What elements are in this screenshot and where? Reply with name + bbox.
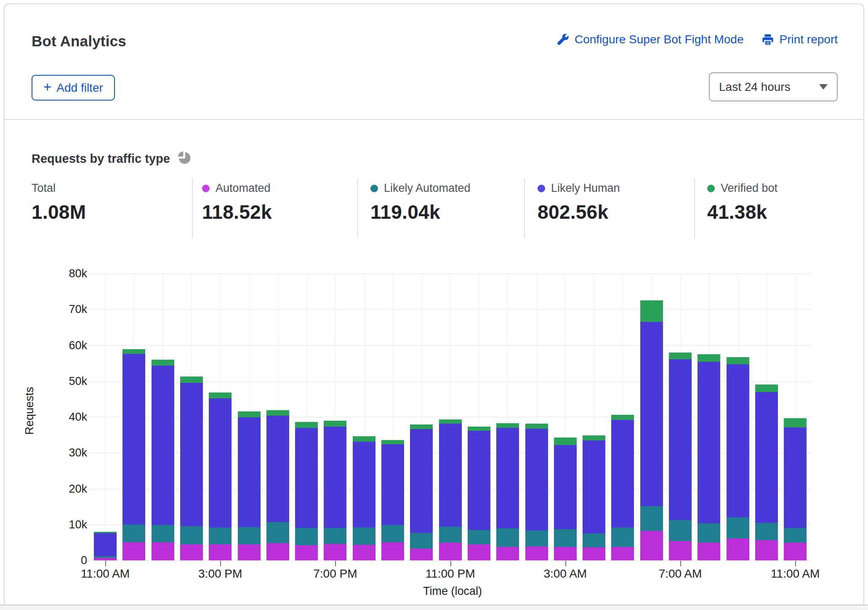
bar-segment-likely-automated	[554, 529, 577, 547]
print-link-label: Print report	[780, 33, 838, 46]
x-tick-label: 11:00 AM	[749, 567, 841, 581]
bar-segment-likely-automated	[324, 528, 346, 544]
bar-segment-automated	[554, 547, 577, 560]
v-gridline	[105, 273, 106, 560]
bar-segment-automated	[180, 544, 203, 560]
bar-segment-likely-automated	[583, 533, 605, 547]
bar-segment-likely-human	[238, 417, 261, 527]
configure-super-bot-fight-mode-link[interactable]: Configure Super Bot Fight Mode	[556, 33, 744, 46]
bar-column-800pm[interactable]	[353, 436, 375, 560]
bar-segment-verified-bot	[324, 421, 346, 427]
bar-column-300am[interactable]	[554, 438, 577, 560]
requests-stacked-bar-chart	[93, 273, 812, 560]
bar-column-700pm[interactable]	[324, 421, 346, 560]
bar-segment-verified-bot	[468, 427, 490, 431]
stat-likely-human-value: 802.56k	[538, 201, 620, 223]
bar-segment-verified-bot	[554, 438, 577, 445]
bar-column-600pm[interactable]	[295, 422, 318, 560]
bar-column-1000am[interactable]	[755, 385, 778, 560]
stat-likely-human-label: Likely Human	[551, 182, 620, 195]
bar-segment-likely-human	[468, 431, 490, 530]
bar-column-500pm[interactable]	[266, 410, 289, 560]
add-filter-button[interactable]: + Add filter	[32, 75, 115, 101]
bar-segment-automated	[381, 542, 404, 560]
time-range-select[interactable]: Last 24 hours	[709, 72, 838, 101]
bar-column-400am[interactable]	[583, 435, 605, 561]
print-report-link[interactable]: Print report	[761, 33, 838, 46]
bar-column-600am[interactable]	[640, 300, 663, 560]
y-tick-label: 30k	[42, 446, 87, 460]
bar-column-1200am[interactable]	[468, 427, 490, 560]
y-tick-label: 70k	[42, 302, 87, 316]
bar-segment-likely-automated	[180, 526, 203, 544]
bar-column-1200pm[interactable]	[122, 349, 145, 560]
bar-column-900am[interactable]	[727, 357, 749, 560]
bar-segment-verified-bot	[727, 357, 749, 364]
bar-column-1100am[interactable]	[784, 418, 807, 560]
bar-segment-verified-bot	[353, 436, 375, 442]
bar-segment-automated	[266, 543, 289, 560]
h-gridline	[84, 560, 812, 561]
x-tick-label: 11:00 AM	[59, 567, 152, 581]
bar-segment-likely-human	[669, 359, 692, 520]
x-tick-label: 3:00 PM	[174, 567, 266, 581]
bar-segment-likely-automated	[238, 527, 261, 544]
add-filter-label: Add filter	[56, 81, 103, 95]
bar-segment-automated	[784, 543, 807, 560]
stat-divider	[694, 178, 695, 238]
bar-segment-likely-automated	[784, 528, 807, 543]
bar-column-200am[interactable]	[525, 424, 548, 560]
stat-total-value: 1.08M	[32, 201, 86, 223]
h-gridline	[84, 345, 812, 346]
bar-segment-likely-human	[295, 428, 318, 528]
pie-chart-icon	[177, 150, 192, 167]
bar-segment-likely-human	[583, 440, 605, 533]
y-tick-label: 60k	[42, 338, 87, 353]
bar-segment-verified-bot	[122, 349, 145, 354]
bar-segment-automated	[640, 531, 663, 560]
stat-automated-label: Automated	[216, 182, 271, 195]
likely-automated-legend-dot	[370, 185, 378, 192]
x-tick-label: 7:00 PM	[289, 567, 381, 581]
bar-column-200pm[interactable]	[180, 377, 203, 560]
h-gridline	[84, 273, 812, 274]
bar-column-400pm[interactable]	[238, 411, 261, 560]
bar-segment-automated	[525, 546, 548, 560]
bar-segment-automated	[611, 547, 634, 560]
stat-verified-bot-label: Verified bot	[721, 182, 777, 195]
bar-segment-verified-bot	[755, 385, 778, 392]
bar-column-900pm[interactable]	[381, 440, 404, 560]
bar-segment-automated	[583, 547, 605, 560]
y-tick-label: 40k	[42, 410, 87, 424]
bar-column-1000pm[interactable]	[410, 424, 433, 560]
bar-segment-likely-human	[266, 416, 289, 522]
stat-automated-value: 118.52k	[202, 201, 272, 223]
bar-column-100am[interactable]	[496, 423, 519, 560]
bar-segment-likely-human	[496, 428, 519, 528]
bar-segment-verified-bot	[410, 424, 433, 429]
bar-column-700am[interactable]	[669, 353, 692, 560]
x-axis-title: Time (local)	[93, 585, 812, 598]
bar-column-100pm[interactable]	[152, 360, 174, 560]
bar-segment-verified-bot	[439, 419, 462, 424]
bar-segment-likely-automated	[496, 528, 519, 546]
bar-segment-likely-human	[640, 322, 663, 506]
bar-segment-verified-bot	[611, 415, 634, 420]
bar-segment-verified-bot	[784, 418, 807, 427]
bar-segment-likely-human	[209, 398, 232, 528]
bar-segment-likely-human	[410, 429, 433, 533]
bar-column-1100am[interactable]	[94, 532, 117, 560]
bar-column-500am[interactable]	[611, 415, 634, 560]
bar-segment-automated	[209, 544, 232, 560]
bar-column-300pm[interactable]	[209, 393, 232, 560]
header-divider	[4, 119, 864, 120]
panel-heading: Requests by traffic type	[32, 150, 192, 167]
bar-segment-verified-bot	[209, 393, 232, 398]
bar-segment-likely-automated	[353, 528, 375, 545]
y-tick-label: 0	[42, 553, 87, 568]
bar-segment-likely-human	[611, 420, 634, 528]
bar-column-800am[interactable]	[698, 354, 720, 560]
stat-likely-human: Likely Human 802.56k	[538, 182, 620, 223]
bar-segment-likely-automated	[381, 525, 404, 542]
bar-column-1100pm[interactable]	[439, 419, 462, 560]
